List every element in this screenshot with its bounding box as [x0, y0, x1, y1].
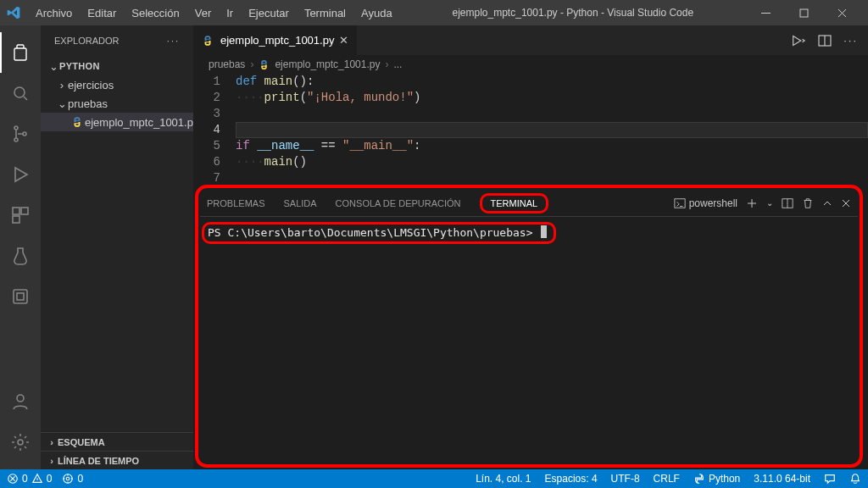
- titlebar: Archivo Editar Selección Ver Ir Ejecutar…: [0, 0, 868, 25]
- status-lang[interactable]: Python: [693, 473, 740, 485]
- activity-run-debug[interactable]: [0, 154, 41, 195]
- panel-tab-output[interactable]: SALIDA: [283, 197, 316, 210]
- status-eol[interactable]: CRLF: [654, 473, 680, 485]
- status-errors[interactable]: 0 0: [7, 473, 52, 485]
- status-python[interactable]: 3.11.0 64-bit: [754, 473, 810, 485]
- svg-point-20: [67, 477, 70, 480]
- window-title: ejemplo_mptc_1001.py - Python - Visual S…: [399, 7, 747, 19]
- svg-point-3: [14, 126, 18, 130]
- panel-tab-terminal-callout: TERMINAL: [480, 193, 549, 214]
- window-controls: [747, 0, 861, 25]
- status-position[interactable]: Lín. 4, col. 1: [476, 473, 531, 485]
- python-file-icon: [71, 116, 83, 128]
- chevron-down-icon: ⌄: [56, 97, 68, 110]
- activity-testing[interactable]: [0, 236, 41, 276]
- tree-folder-pruebas[interactable]: ⌄ pruebas: [41, 94, 193, 113]
- terminal[interactable]: PS C:\Users\barto\Documents\LMSGI\Python…: [200, 217, 858, 463]
- status-feedback-icon[interactable]: [824, 473, 836, 485]
- panel-tab-terminal[interactable]: TERMINAL: [491, 197, 538, 210]
- activity-explorer[interactable]: [0, 32, 41, 73]
- menu-view[interactable]: Ver: [188, 4, 219, 22]
- app-menu: Archivo Editar Selección Ver Ir Ejecutar…: [29, 4, 399, 22]
- run-icon[interactable]: [791, 34, 806, 47]
- breadcrumb-seg[interactable]: pruebas: [209, 58, 245, 70]
- chevron-down-icon: ⌄: [47, 60, 59, 73]
- panel-tabs: PROBLEMAS SALIDA CONSOLA DE DEPURACIÓN T…: [200, 190, 858, 217]
- editor-area: ejemplo_mptc_1001.py ✕ ··· pruebas › eje…: [193, 25, 868, 469]
- menu-terminal[interactable]: Terminal: [298, 4, 353, 22]
- status-spaces[interactable]: Espacios: 4: [545, 473, 598, 485]
- more-icon[interactable]: ···: [843, 34, 858, 47]
- menu-run[interactable]: Ejecutar: [242, 4, 296, 22]
- activity-source-control[interactable]: [0, 114, 41, 154]
- svg-point-12: [18, 440, 23, 445]
- activity-account[interactable]: [0, 381, 41, 422]
- activity-extensions[interactable]: [0, 195, 41, 236]
- terminal-cursor: [541, 225, 547, 238]
- tree-root[interactable]: ⌄ PYTHON: [41, 57, 193, 75]
- svg-point-11: [17, 395, 24, 402]
- split-editor-icon[interactable]: [818, 34, 832, 47]
- trash-icon[interactable]: [802, 197, 814, 209]
- panel-tab-problems[interactable]: PROBLEMAS: [207, 197, 264, 210]
- svg-point-5: [23, 132, 26, 136]
- sidebar-section-outline[interactable]: › ESQUEMA: [41, 432, 193, 451]
- chevron-right-icon: ›: [250, 58, 253, 70]
- current-line-highlight: [236, 122, 868, 138]
- maximize-panel-icon[interactable]: [822, 198, 832, 208]
- status-bell-icon[interactable]: [849, 473, 861, 485]
- panel-callout: PROBLEMAS SALIDA CONSOLA DE DEPURACIÓN T…: [195, 185, 863, 468]
- breadcrumb-seg[interactable]: ...: [393, 58, 402, 70]
- status-ports[interactable]: 0: [62, 473, 83, 485]
- panel-tab-debugconsole[interactable]: CONSOLA DE DEPURACIÓN: [336, 197, 461, 210]
- panel-actions: powershell ⌄: [674, 197, 851, 209]
- close-button[interactable]: [823, 0, 861, 25]
- svg-point-4: [14, 138, 18, 141]
- sidebar-title-label: EXPLORADOR: [54, 36, 119, 46]
- editor-tab-label: ejemplo_mptc_1001.py: [220, 34, 334, 47]
- tree-folder-ejercicios[interactable]: › ejercicios: [41, 75, 193, 94]
- code-editor[interactable]: 1234567 def main():····print("¡Hola, mun…: [193, 74, 868, 186]
- terminal-prompt: PS C:\Users\barto\Documents\LMSGI\Python…: [208, 226, 533, 239]
- breadcrumb-seg[interactable]: ejemplo_mptc_1001.py: [275, 58, 380, 70]
- chevron-down-icon[interactable]: ⌄: [766, 198, 773, 208]
- activity-ext2[interactable]: [0, 276, 41, 317]
- line-gutter: 1234567: [193, 74, 236, 186]
- explorer-sidebar: EXPLORADOR ··· ⌄ PYTHON › ejercicios ⌄ p…: [41, 25, 193, 469]
- close-panel-icon[interactable]: [841, 198, 851, 208]
- svg-rect-9: [14, 290, 27, 303]
- svg-rect-10: [17, 293, 24, 300]
- minimize-button[interactable]: [747, 0, 785, 25]
- status-encoding[interactable]: UTF-8: [611, 473, 640, 485]
- add-terminal-icon[interactable]: [746, 197, 758, 209]
- menu-go[interactable]: Ir: [220, 4, 240, 22]
- tree-file-ejemplo[interactable]: ejemplo_mptc_1001.py: [41, 113, 193, 131]
- activity-settings[interactable]: [0, 422, 41, 463]
- maximize-button[interactable]: [785, 0, 823, 25]
- breadcrumb[interactable]: pruebas › ejemplo_mptc_1001.py › ...: [193, 55, 868, 74]
- split-terminal-icon[interactable]: [782, 197, 793, 209]
- statusbar: 0 0 0 Lín. 4, col. 1 Espacios: 4 UTF-8 C…: [0, 469, 868, 488]
- python-file-icon: [202, 35, 215, 47]
- editor-tab-active[interactable]: ejemplo_mptc_1001.py ✕: [193, 25, 358, 55]
- chevron-right-icon: ›: [46, 437, 58, 447]
- code-content[interactable]: def main():····print("¡Hola, mundo!") if…: [236, 74, 868, 186]
- menu-help[interactable]: Ayuda: [354, 4, 399, 22]
- terminal-prompt-callout: PS C:\Users\barto\Documents\LMSGI\Python…: [202, 222, 556, 244]
- menu-selection[interactable]: Selección: [125, 4, 186, 22]
- close-icon[interactable]: ✕: [339, 34, 348, 47]
- svg-rect-1: [800, 9, 808, 17]
- file-tree: ⌄ PYTHON › ejercicios ⌄ pruebas ejemplo_…: [41, 55, 193, 133]
- sidebar-more-icon[interactable]: ···: [167, 36, 180, 46]
- menu-edit[interactable]: Editar: [81, 4, 123, 22]
- workbench: EXPLORADOR ··· ⌄ PYTHON › ejercicios ⌄ p…: [0, 25, 868, 469]
- svg-rect-7: [21, 208, 28, 214]
- activity-search[interactable]: [0, 73, 41, 114]
- menu-file[interactable]: Archivo: [29, 4, 79, 22]
- svg-point-2: [14, 87, 25, 97]
- sidebar-section-timeline[interactable]: › LÍNEA DE TIEMPO: [41, 451, 193, 469]
- terminal-shell[interactable]: powershell: [674, 197, 737, 209]
- panel: PROBLEMAS SALIDA CONSOLA DE DEPURACIÓN T…: [200, 190, 858, 463]
- svg-rect-8: [13, 216, 19, 223]
- svg-rect-0: [761, 13, 771, 14]
